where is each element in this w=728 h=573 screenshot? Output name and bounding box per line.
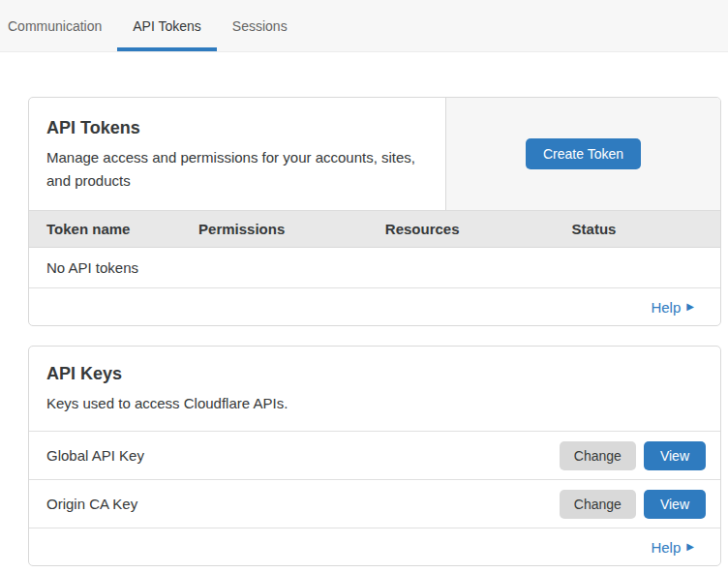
api-tokens-card: API Tokens Manage access and permissions… [28,97,721,326]
api-keys-description: Keys used to access Cloudflare APIs. [46,392,703,415]
tokens-table-header-row: Token name Permissions Resources Status [29,210,720,248]
api-keys-card: API Keys Keys used to access Cloudflare … [28,346,721,566]
origin-ca-key-change-button[interactable]: Change [560,490,636,519]
api-keys-card-header: API Keys Keys used to access Cloudflare … [29,347,720,431]
tokens-col-token-name: Token name [29,221,181,237]
global-api-key-label: Global API Key [46,447,560,464]
tab-sessions[interactable]: Sessions [217,0,303,51]
global-api-key-view-button[interactable]: View [644,441,706,470]
global-api-key-row: Global API Key Change View [29,431,720,479]
api-tokens-help-link[interactable]: Help ▶ [651,299,694,316]
tokens-col-status: Status [555,221,720,237]
tokens-empty-row: No API tokens [29,248,720,287]
tab-bar: Communication API Tokens Sessions [0,0,728,52]
help-arrow-icon: ▶ [686,542,694,552]
api-keys-help-link[interactable]: Help ▶ [651,539,694,556]
tab-api-tokens[interactable]: API Tokens [117,0,217,51]
create-token-button[interactable]: Create Token [526,138,641,169]
help-link-label: Help [651,299,681,316]
api-keys-card-footer: Help ▶ [29,528,720,565]
origin-ca-key-label: Origin CA Key [46,496,560,512]
tab-communication[interactable]: Communication [0,0,117,51]
api-tokens-description: Manage access and permissions for your a… [46,146,428,193]
help-arrow-icon: ▶ [686,302,694,312]
origin-ca-key-view-button[interactable]: View [644,490,706,519]
api-tokens-card-header-text: API Tokens Manage access and permissions… [29,98,445,210]
global-api-key-change-button[interactable]: Change [560,441,636,470]
origin-ca-key-row: Origin CA Key Change View [29,479,720,528]
api-tokens-card-footer: Help ▶ [29,287,720,325]
api-tokens-title: API Tokens [46,118,428,138]
api-tokens-card-header: API Tokens Manage access and permissions… [29,98,720,210]
api-keys-title: API Keys [46,364,703,384]
tokens-col-resources: Resources [368,221,555,237]
api-tokens-card-action-area: Create Token [445,98,720,210]
page-content: API Tokens Manage access and permissions… [0,52,728,566]
help-link-label: Help [651,539,681,556]
tokens-col-permissions: Permissions [181,221,368,237]
